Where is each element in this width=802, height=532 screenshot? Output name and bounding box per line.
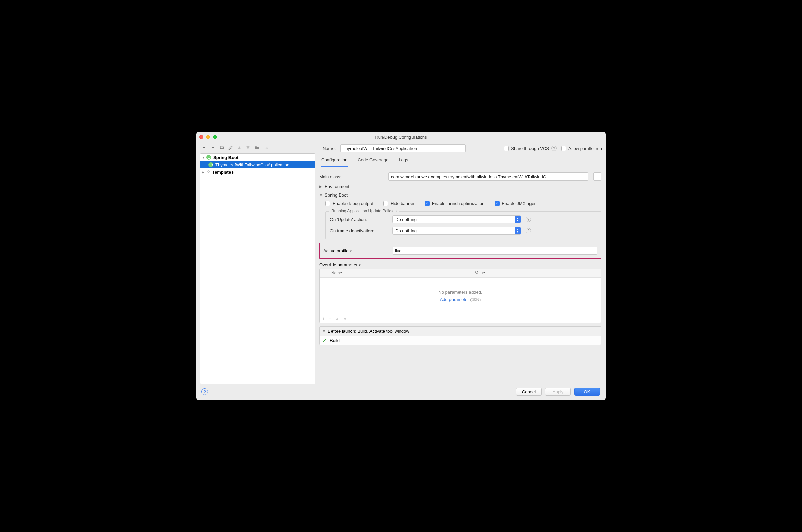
chevron-down-icon: ▼ bbox=[322, 329, 326, 333]
deactivation-label: On frame deactivation: bbox=[330, 228, 388, 233]
share-checkbox-box[interactable] bbox=[504, 146, 509, 151]
apply-button: Apply bbox=[545, 388, 571, 396]
checkbox-box[interactable]: ✓ bbox=[425, 201, 430, 206]
split-pane: ▼ ⏻ Spring Boot ⏻ ThymeleafWithTailwindC… bbox=[200, 153, 602, 384]
name-input[interactable] bbox=[340, 144, 466, 152]
name-label: Name: bbox=[323, 146, 336, 151]
tree-label: Templates bbox=[212, 170, 234, 175]
dialog-body: + − ⧉ ▲ ▼ ↓A Name: Share throug bbox=[196, 141, 606, 400]
copy-icon[interactable]: ⧉ bbox=[219, 145, 224, 150]
before-launch-header[interactable]: ▼ Before launch: Build, Activate tool wi… bbox=[320, 327, 601, 336]
top-row: + − ⧉ ▲ ▼ ↓A Name: Share throug bbox=[200, 144, 602, 153]
tab-coverage[interactable]: Code Coverage bbox=[357, 155, 389, 167]
config-tree[interactable]: ▼ ⏻ Spring Boot ⏻ ThymeleafWithTailwindC… bbox=[200, 153, 315, 384]
help-icon[interactable]: ? bbox=[526, 228, 531, 233]
chevron-right-icon[interactable]: ▶ bbox=[202, 170, 205, 174]
update-policies-fieldset: Running Application Update Policies On '… bbox=[325, 211, 601, 239]
parallel-checkbox[interactable]: Allow parallel run bbox=[561, 146, 602, 151]
environment-label: Environment bbox=[325, 184, 350, 189]
update-action-label: On 'Update' action: bbox=[330, 217, 388, 222]
checkbox-box[interactable] bbox=[325, 201, 331, 206]
hide-banner-checkbox[interactable]: Hide banner bbox=[384, 201, 414, 206]
active-profiles-input[interactable] bbox=[393, 247, 597, 255]
chevron-down-icon[interactable]: ▼ bbox=[202, 155, 205, 159]
form-panel: Configuration Code Coverage Logs Main cl… bbox=[319, 153, 602, 384]
override-table: Name Value No parameters added. Add para… bbox=[319, 269, 601, 323]
ok-button[interactable]: OK bbox=[574, 388, 600, 396]
chevron-down-icon: ▼ bbox=[319, 193, 323, 197]
shortcut-hint: (⌘N) bbox=[470, 297, 481, 302]
edit-icon[interactable] bbox=[228, 145, 233, 150]
debug-checkbox[interactable]: Enable debug output bbox=[325, 201, 373, 206]
help-icon[interactable]: ? bbox=[201, 388, 208, 395]
add-icon[interactable]: + bbox=[322, 316, 325, 321]
chevron-right-icon: ▶ bbox=[319, 185, 323, 188]
sort-icon: ↓A bbox=[263, 145, 268, 150]
add-parameter-link[interactable]: Add parameter bbox=[440, 297, 469, 302]
spring-boot-section[interactable]: ▼ Spring Boot bbox=[319, 192, 601, 197]
window-title: Run/Debug Configurations bbox=[196, 134, 606, 139]
fieldset-legend: Running Application Update Policies bbox=[329, 209, 399, 213]
col-check bbox=[320, 269, 329, 277]
before-launch-section: ▼ Before launch: Build, Activate tool wi… bbox=[319, 326, 601, 345]
hammer-icon bbox=[322, 338, 327, 343]
parallel-label: Allow parallel run bbox=[568, 146, 602, 151]
tab-configuration[interactable]: Configuration bbox=[321, 155, 348, 167]
help-icon[interactable]: ? bbox=[551, 146, 557, 151]
help-icon[interactable]: ? bbox=[526, 216, 531, 222]
before-launch-item[interactable]: Build bbox=[320, 336, 601, 345]
tree-node-app[interactable]: ⏻ ThymeleafWithTailwindCssApplication bbox=[200, 161, 315, 168]
remove-icon[interactable]: − bbox=[210, 145, 216, 150]
dialog-window: Run/Debug Configurations + − ⧉ ▲ ▼ ↓A Na… bbox=[196, 132, 606, 400]
col-value: Value bbox=[472, 269, 601, 277]
configuration-panel: Main class: … ▶ Environment ▼ Spring Boo… bbox=[319, 169, 602, 384]
share-checkbox[interactable]: Share through VCS ? bbox=[504, 146, 557, 151]
spring-boot-icon: ⏻ bbox=[206, 155, 211, 159]
tree-node-templates[interactable]: ▶ Templates bbox=[200, 168, 315, 176]
main-class-row: Main class: … bbox=[319, 172, 601, 180]
environment-section[interactable]: ▶ Environment bbox=[319, 184, 601, 189]
col-name: Name bbox=[329, 269, 472, 277]
select-knob-icon: ▲▼ bbox=[515, 215, 521, 223]
main-class-input[interactable] bbox=[389, 172, 589, 180]
tree-node-spring-boot[interactable]: ▼ ⏻ Spring Boot bbox=[200, 153, 315, 161]
config-toolbar: + − ⧉ ▲ ▼ ↓A bbox=[200, 144, 319, 153]
tab-logs[interactable]: Logs bbox=[398, 155, 409, 167]
spring-boot-options: Enable debug output Hide banner ✓ Enable… bbox=[319, 201, 601, 239]
table-empty: No parameters added. Add parameter (⌘N) bbox=[320, 278, 601, 314]
deactivation-select[interactable]: Do nothing ▲▼ bbox=[392, 227, 521, 235]
jmx-checkbox[interactable]: ✓ Enable JMX agent bbox=[495, 201, 538, 206]
override-label: Override parameters: bbox=[319, 262, 601, 267]
tree-label: Spring Boot bbox=[213, 155, 238, 160]
add-icon[interactable]: + bbox=[201, 145, 207, 150]
active-profiles-label: Active profiles: bbox=[323, 248, 388, 253]
launch-opt-checkbox[interactable]: ✓ Enable launch optimization bbox=[425, 201, 484, 206]
move-up-icon: ▲ bbox=[335, 316, 339, 321]
select-knob-icon: ▲▼ bbox=[515, 227, 521, 234]
parallel-checkbox-box[interactable] bbox=[561, 146, 566, 151]
folder-icon[interactable] bbox=[254, 145, 260, 150]
titlebar: Run/Debug Configurations bbox=[196, 132, 606, 141]
checkbox-box[interactable] bbox=[384, 201, 389, 206]
name-row: Name: Share through VCS ? Allow parallel… bbox=[323, 144, 602, 152]
override-section: Override parameters: Name Value No param… bbox=[319, 262, 601, 323]
remove-icon: − bbox=[329, 316, 331, 321]
cancel-button[interactable]: Cancel bbox=[516, 388, 542, 396]
wrench-icon bbox=[206, 169, 211, 175]
tabs: Configuration Code Coverage Logs bbox=[319, 153, 602, 167]
browse-button[interactable]: … bbox=[593, 172, 601, 180]
move-up-icon: ▲ bbox=[237, 145, 242, 150]
spring-boot-label: Spring Boot bbox=[325, 192, 348, 197]
share-label: Share through VCS bbox=[511, 146, 549, 151]
active-profiles-row: Active profiles: bbox=[319, 243, 601, 259]
spring-boot-icon: ⏻ bbox=[208, 162, 213, 167]
main-class-label: Main class: bbox=[319, 174, 384, 179]
empty-text: No parameters added. bbox=[438, 290, 482, 295]
move-down-icon: ▼ bbox=[343, 316, 348, 321]
checkbox-box[interactable]: ✓ bbox=[495, 201, 500, 206]
bottom-bar: ? Cancel Apply OK bbox=[200, 384, 602, 397]
tree-label: ThymeleafWithTailwindCssApplication bbox=[215, 162, 290, 167]
table-toolbar: + − ▲ ▼ bbox=[320, 314, 601, 323]
update-action-select[interactable]: Do nothing ▲▼ bbox=[392, 215, 521, 223]
dialog-buttons: Cancel Apply OK bbox=[516, 388, 600, 396]
